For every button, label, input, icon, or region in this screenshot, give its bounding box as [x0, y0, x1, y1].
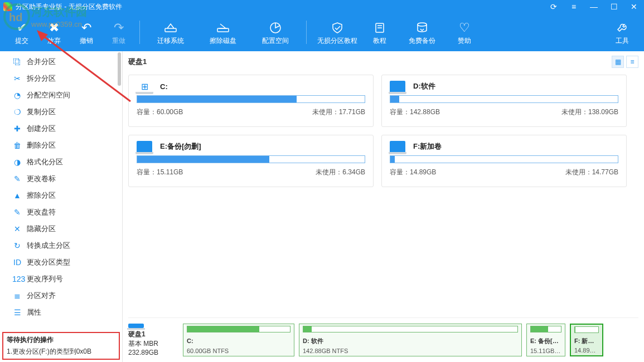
sidebar-item-label: 更改盘符 [27, 207, 56, 217]
shield-icon [331, 19, 344, 36]
partition-card[interactable]: D:软件 容量：142.88GB 未使用：138.09GB [381, 75, 627, 127]
discard-button[interactable]: ✖放弃 [38, 16, 70, 49]
strip-partition[interactable]: F: 新加... 14.89G... [570, 324, 603, 356]
partition-card[interactable]: E:备份[勿删] 容量：15.11GB 未使用：6.34GB [128, 135, 374, 187]
sidebar-item[interactable]: ↻转换成主分区 [0, 237, 122, 254]
disk-info[interactable]: 硬盘1 基本 MBR 232.89GB [128, 324, 178, 356]
undo-icon: ↶ [81, 19, 91, 36]
strip-partition-label: C: [187, 337, 290, 344]
window-title: 分区助手专业版 - 无损分区免费软件 [16, 2, 122, 12]
sidebar-item-icon: ❍ [12, 107, 22, 116]
sidebar-item-label: 隐藏分区 [27, 224, 56, 234]
main-panel: 硬盘1 ▦ ≡ C: 容量：60.00GB 未使用：17.71GB D:软件 容… [123, 51, 644, 362]
drive-icon [137, 81, 152, 92]
sidebar-item-icon: ◑ [12, 158, 22, 167]
redo-icon: ↷ [114, 19, 124, 36]
partition-card[interactable]: F:新加卷 容量：14.89GB 未使用：14.77GB [381, 135, 627, 187]
sidebar-item-label: 复制分区 [27, 107, 56, 117]
tutorial-button[interactable]: 无损分区教程 [311, 16, 364, 49]
submit-button[interactable]: ✔提交 [6, 16, 38, 49]
wipe-icon [216, 19, 230, 36]
strip-partition-label: D: 软件 [303, 337, 518, 345]
sidebar-item[interactable]: ☰属性 [0, 304, 122, 321]
minimize-icon[interactable]: — [584, 2, 604, 11]
tools-button[interactable]: 工具 [606, 16, 638, 49]
backup-button[interactable]: 免费备份 [396, 16, 448, 49]
sidebar-item[interactable]: ✚创建分区 [0, 120, 122, 137]
sidebar-item-icon: ⿻ [12, 57, 22, 66]
view-list-button[interactable]: ≡ [626, 56, 638, 68]
redo-button[interactable]: ↷重做 [103, 16, 135, 49]
sidebar-item[interactable]: ✂拆分分区 [0, 70, 122, 87]
cancel-icon: ✖ [49, 19, 59, 36]
sidebar-item[interactable]: ID更改分区类型 [0, 254, 122, 271]
capacity-label: 容量：15.11GB [137, 168, 183, 177]
allocate-button[interactable]: 配置空间 [249, 16, 302, 49]
sidebar-item-label: 拆分分区 [27, 74, 56, 84]
drive-icon [390, 81, 405, 92]
sidebar: ⿻合并分区✂拆分分区◔分配空闲空间❍复制分区✚创建分区🗑删除分区◑格式化分区✎更… [0, 51, 123, 362]
sidebar-item-label: 格式化分区 [27, 157, 63, 167]
sidebar-item[interactable]: ◔分配空闲空间 [0, 87, 122, 104]
sidebar-item-label: 更改序列号 [27, 274, 63, 284]
partition-title: C: [160, 82, 168, 91]
svg-rect-1 [217, 28, 229, 32]
docs-button[interactable]: 教程 [364, 16, 396, 49]
toolbar: ✔提交 ✖放弃 ↶撤销 ↷重做 迁移系统 擦除磁盘 配置空间 无损分区教程 教程… [0, 13, 644, 51]
sidebar-item[interactable]: 123更改序列号 [0, 271, 122, 287]
sidebar-item[interactable]: ▲擦除分区 [0, 187, 122, 204]
sidebar-item-icon: ID [12, 258, 22, 267]
strip-partition[interactable]: C: 60.00GB NTFS [183, 324, 294, 356]
sidebar-item-label: 转换成主分区 [27, 241, 70, 251]
wrench-icon [616, 19, 629, 36]
heart-icon: ♡ [459, 19, 470, 36]
backup-icon [415, 19, 429, 36]
partition-title: F:新加卷 [413, 141, 442, 151]
drive-icon [390, 141, 405, 152]
free-label: 未使用：14.77GB [565, 168, 618, 177]
sidebar-item[interactable]: ✎更改盘符 [0, 204, 122, 221]
scrollbar-thumb[interactable] [118, 52, 121, 86]
free-label: 未使用：138.09GB [561, 107, 618, 117]
maximize-icon[interactable]: ☐ [604, 2, 624, 11]
migrate-icon [163, 19, 178, 36]
refresh-icon[interactable]: ⟳ [544, 2, 564, 11]
sidebar-item-icon: ≣ [12, 291, 22, 300]
sidebar-item[interactable]: ◑格式化分区 [0, 154, 122, 170]
migrate-button[interactable]: 迁移系统 [144, 16, 197, 49]
pending-item: 1.更改分区(F:)的类型到0x0B [7, 347, 115, 356]
sidebar-item-icon: 🗑 [12, 141, 22, 150]
sidebar-item[interactable]: 🗑删除分区 [0, 137, 122, 154]
sidebar-item[interactable]: ✕隐藏分区 [0, 221, 122, 237]
view-grid-button[interactable]: ▦ [612, 56, 624, 68]
partition-title: D:软件 [413, 81, 435, 91]
capacity-label: 容量：60.00GB [137, 107, 183, 117]
close-icon[interactable]: ✕ [624, 2, 644, 11]
donate-button[interactable]: ♡赞助 [448, 16, 481, 49]
wipe-button[interactable]: 擦除磁盘 [197, 16, 249, 49]
check-icon: ✔ [17, 19, 27, 36]
capacity-label: 容量：142.88GB [390, 107, 440, 117]
undo-button[interactable]: ↶撤销 [70, 16, 103, 49]
drive-icon [137, 141, 152, 152]
book-icon [374, 19, 386, 36]
sidebar-item[interactable]: ⿻合并分区 [0, 53, 122, 70]
sidebar-item-icon: ✚ [12, 124, 22, 133]
menu-icon[interactable]: ≡ [564, 2, 584, 11]
capacity-label: 容量：14.89GB [390, 168, 436, 177]
disk-icon [128, 324, 144, 328]
strip-partition[interactable]: D: 软件 142.88GB NTFS [299, 324, 522, 356]
usage-bar [137, 155, 365, 163]
strip-partition-label: E: 备份[勿... [530, 337, 561, 345]
sidebar-item[interactable]: ✎更改卷标 [0, 170, 122, 187]
sidebar-item[interactable]: ❍复制分区 [0, 104, 122, 120]
partition-card[interactable]: C: 容量：60.00GB 未使用：17.71GB [128, 75, 374, 127]
disk-info-name: 硬盘1 [128, 330, 146, 339]
sidebar-item-icon: ◔ [12, 91, 22, 100]
sidebar-item[interactable]: ≣分区对齐 [0, 287, 122, 304]
free-label: 未使用：17.71GB [312, 107, 365, 117]
sidebar-item-icon: ☰ [12, 308, 22, 317]
svg-rect-0 [165, 28, 176, 32]
sidebar-item-icon: ↻ [12, 241, 22, 250]
strip-partition[interactable]: E: 备份[勿... 15.11GB N... [526, 324, 565, 356]
